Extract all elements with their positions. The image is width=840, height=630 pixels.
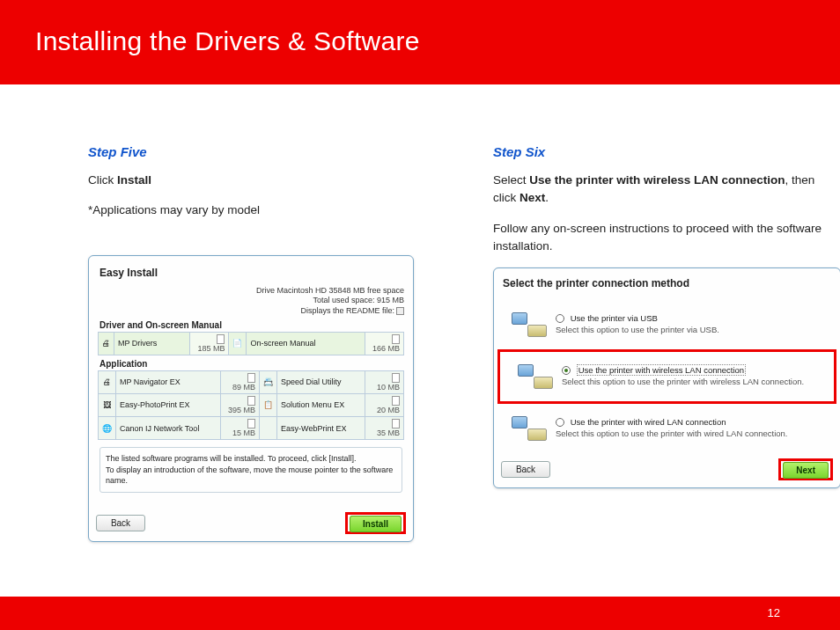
printer-icon: 🖨 — [99, 332, 114, 355]
install-highlight: Install — [345, 512, 406, 534]
step-five-instruction-2: *Applications may vary by model — [88, 201, 414, 219]
section-driver-label: Driver and On-screen Manual — [99, 320, 404, 330]
driver-table: 🖨 MP Drivers 185 MB 📄 On-screen Manual 1… — [98, 332, 404, 355]
radio-usb[interactable] — [556, 314, 564, 323]
dialog-footer: Back Install — [89, 507, 413, 541]
radio-wireless[interactable] — [562, 366, 571, 375]
application-table: 🖨MP Navigator EX89 MB 📇Speed Dial Utilit… — [98, 370, 404, 440]
doc-icon — [392, 334, 400, 344]
disk-info: Drive Macintosh HD 35848 MB free space T… — [98, 286, 404, 317]
next-highlight: Next — [778, 458, 833, 480]
install-notice: The listed software programs will be ins… — [99, 447, 402, 493]
back-button[interactable]: Back — [96, 515, 145, 531]
table-row[interactable]: 🖨MP Navigator EX89 MB 📇Speed Dial Utilit… — [99, 370, 404, 393]
step-five-instruction-1: Click Install — [88, 172, 414, 189]
usb-icon — [512, 312, 547, 337]
install-button[interactable]: Install — [350, 516, 402, 532]
easy-install-dialog: Easy Install Drive Macintosh HD 35848 MB… — [88, 255, 414, 542]
step-five-title: Step Five — [88, 144, 414, 159]
table-row[interactable]: 🖨 MP Drivers 185 MB 📄 On-screen Manual 1… — [99, 332, 404, 355]
readme-icon[interactable] — [396, 307, 404, 315]
step-five-column: Step Five Click Install *Applications ma… — [88, 144, 414, 542]
doc-icon — [217, 334, 225, 344]
step-six-title: Step Six — [493, 144, 840, 159]
next-button[interactable]: Next — [783, 462, 829, 479]
radio-wired[interactable] — [556, 418, 564, 427]
option-wireless-highlight: Use the printer with wireless LAN connec… — [497, 349, 836, 404]
step-six-column: Step Six Select Use the printer with wir… — [493, 144, 840, 542]
wired-icon — [512, 416, 547, 441]
wireless-icon — [518, 364, 553, 389]
section-app-label: Application — [99, 359, 404, 369]
dialog-footer: Back Next — [494, 453, 840, 487]
table-row[interactable]: 🌐Canon IJ Network Tool15 MB Easy-WebPrin… — [99, 416, 404, 439]
step-six-instruction-1: Select Use the printer with wireless LAN… — [493, 172, 840, 208]
back-button[interactable]: Back — [501, 461, 550, 478]
page-title: Installing the Drivers & Software — [35, 26, 805, 56]
slide-header: Installing the Drivers & Software — [0, 0, 840, 84]
option-wireless[interactable]: Use the printer with wireless LAN connec… — [505, 355, 829, 398]
option-wired[interactable]: Use the printer with wired LAN connectio… — [499, 407, 835, 450]
footer-bar: 12 — [0, 597, 840, 630]
dialog-title: Easy Install — [99, 267, 404, 279]
dialog-title: Select the printer connection method — [503, 277, 840, 289]
page-number: 12 — [768, 606, 780, 619]
content-area: Step Five Click Install *Applications ma… — [0, 84, 840, 542]
step-six-instruction-2: Follow any on-screen instructions to pro… — [493, 220, 840, 256]
manual-icon: 📄 — [229, 332, 247, 355]
connection-dialog: Select the printer connection method Use… — [493, 267, 840, 488]
option-usb[interactable]: Use the printer via USB Select this opti… — [499, 304, 835, 346]
table-row[interactable]: 🖼Easy-PhotoPrint EX395 MB 📋Solution Menu… — [99, 393, 404, 416]
